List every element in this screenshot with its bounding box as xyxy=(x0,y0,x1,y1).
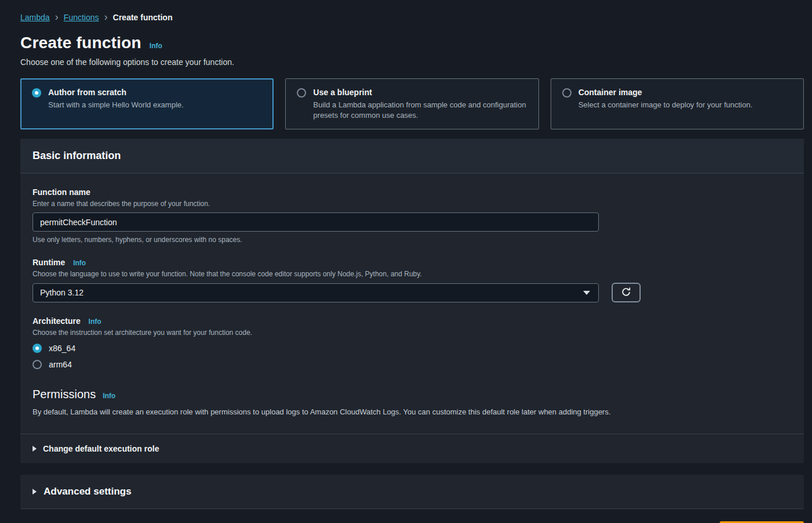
permissions-description: By default, Lambda will create an execut… xyxy=(33,407,792,434)
page-subtitle: Choose one of the following options to c… xyxy=(20,57,804,67)
panel-title: Basic information xyxy=(20,139,804,174)
card-description: Select a container image to deploy for y… xyxy=(579,100,753,110)
expander-label: Advanced settings xyxy=(44,486,131,497)
chevron-right-icon: › xyxy=(55,13,59,21)
card-author-from-scratch[interactable]: Author from scratch Start with a simple … xyxy=(20,78,274,129)
card-description: Build a Lambda application from sample c… xyxy=(313,100,527,120)
architecture-option-x86-64[interactable]: x86_64 xyxy=(33,344,792,353)
runtime-field-group: Runtime Info Choose the language to use … xyxy=(33,258,792,302)
advanced-settings-expander[interactable]: Advanced settings xyxy=(20,475,804,509)
card-use-a-blueprint[interactable]: Use a blueprint Build a Lambda applicati… xyxy=(285,78,538,129)
chevron-right-icon: › xyxy=(104,13,107,21)
runtime-selected-value: Python 3.12 xyxy=(40,288,84,297)
card-container-image[interactable]: Container image Select a container image… xyxy=(551,78,804,129)
function-name-label: Function name xyxy=(33,187,91,197)
architecture-description: Choose the instruction set architecture … xyxy=(33,329,792,337)
breadcrumb-lambda-link[interactable]: Lambda xyxy=(20,13,50,22)
card-title: Use a blueprint xyxy=(313,88,527,97)
card-title: Container image xyxy=(579,88,753,97)
radio-unselected-icon[interactable] xyxy=(297,88,306,98)
function-name-description: Enter a name that describes the purpose … xyxy=(33,200,792,208)
title-info-link[interactable]: Info xyxy=(149,42,162,50)
architecture-field-group: Architecture Info Choose the instruction… xyxy=(33,316,792,369)
architecture-label: Architecture xyxy=(33,316,80,326)
radio-unselected-icon[interactable] xyxy=(33,360,42,369)
card-title: Author from scratch xyxy=(48,88,184,97)
basic-information-panel: Basic information Function name Enter a … xyxy=(20,139,804,463)
function-name-constraint: Use only letters, numbers, hyphens, or u… xyxy=(33,236,792,244)
radio-selected-icon[interactable] xyxy=(32,88,41,98)
breadcrumb: Lambda › Functions › Create function xyxy=(20,13,804,22)
radio-unselected-icon[interactable] xyxy=(562,88,572,98)
change-default-execution-role-expander[interactable]: Change default execution role xyxy=(20,434,804,463)
refresh-icon xyxy=(621,287,631,299)
runtime-select[interactable]: Python 3.12 xyxy=(33,283,599,302)
radio-label: arm64 xyxy=(49,360,72,369)
architecture-option-arm64[interactable]: arm64 xyxy=(33,360,792,369)
page-title: Create function xyxy=(20,34,141,52)
expander-label: Change default execution role xyxy=(43,444,159,453)
radio-label: x86_64 xyxy=(49,344,76,353)
create-function-page: Lambda › Functions › Create function Cre… xyxy=(0,0,812,523)
card-description: Start with a simple Hello World example. xyxy=(48,100,184,110)
runtime-label: Runtime xyxy=(33,258,65,267)
runtime-info-link[interactable]: Info xyxy=(73,259,86,267)
architecture-info-link[interactable]: Info xyxy=(88,318,101,326)
refresh-runtimes-button[interactable] xyxy=(612,283,641,302)
chevron-down-icon xyxy=(583,291,590,295)
breadcrumb-functions-link[interactable]: Functions xyxy=(64,13,99,22)
runtime-description: Choose the language to use to write your… xyxy=(33,270,792,278)
expand-triangle-icon xyxy=(33,489,37,495)
function-name-input[interactable] xyxy=(33,212,599,232)
breadcrumb-current: Create function xyxy=(113,13,173,22)
creation-option-cards: Author from scratch Start with a simple … xyxy=(20,78,804,129)
function-name-field-group: Function name Enter a name that describe… xyxy=(33,187,792,244)
permissions-title: Permissions xyxy=(33,388,96,401)
permissions-info-link[interactable]: Info xyxy=(103,392,116,400)
expand-triangle-icon xyxy=(33,446,37,452)
radio-selected-icon[interactable] xyxy=(33,344,42,353)
